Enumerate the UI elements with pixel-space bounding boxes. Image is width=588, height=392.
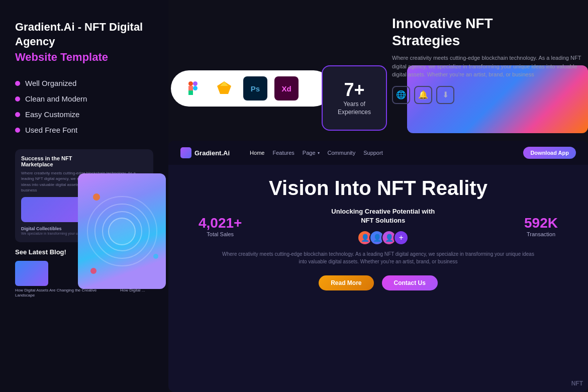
download-icon-btn[interactable]: ⬇ <box>436 86 454 104</box>
right-info-panel: Innovative NFTStrategies Where creativit… <box>392 15 583 104</box>
center-hero-block: Unlocking Creative Potential withNFT Sol… <box>331 207 435 245</box>
hero-title: Vision Into NFT Reality <box>188 177 568 199</box>
icon-buttons-row: 🌐 🔔 ⬇ <box>392 86 583 104</box>
nav-logo: Gradient.Ai <box>180 147 230 158</box>
brand-title: Gradient.Ai - NFT Digital Agency <box>15 20 153 49</box>
total-sales-number: 4,021+ <box>199 215 242 231</box>
right-info-title: Innovative NFTStrategies <box>392 15 583 49</box>
website-mockup: Gradient.Ai Home Features Page ▾ Communi… <box>168 141 588 392</box>
total-sales-stat: 4,021+ Total Sales <box>199 215 242 237</box>
nav-link-features[interactable]: Features <box>272 150 294 156</box>
svg-rect-0 <box>188 81 193 86</box>
spiral-gradient <box>78 173 166 289</box>
years-number: 7+ <box>344 79 364 101</box>
sketch-icon <box>212 76 236 101</box>
contact-us-button[interactable]: Contact Us <box>382 275 438 290</box>
globe-icon-btn[interactable]: 🌐 <box>392 86 410 104</box>
feature-item-3: Easy Customize <box>15 110 153 119</box>
features-list: Well Organized Clean and Modern Easy Cus… <box>15 79 153 134</box>
tools-row: Ps Xd <box>171 70 332 107</box>
feature-dot <box>15 128 20 133</box>
blog-thumb-1 <box>15 261 48 286</box>
hero-description: Where creativity meets cutting-edge bloc… <box>188 245 568 270</box>
hero-buttons: Read More Contact Us <box>188 270 568 296</box>
svg-point-3 <box>193 86 198 90</box>
transaction-number: 592K <box>524 215 558 231</box>
svg-rect-4 <box>188 90 193 95</box>
figma-icon <box>181 76 205 101</box>
feature-dot <box>15 112 20 117</box>
nav-link-community[interactable]: Community <box>328 150 356 156</box>
success-title: Success in the NFTMarketplace <box>21 155 147 167</box>
read-more-button[interactable]: Read More <box>319 275 373 290</box>
xd-icon: Xd <box>274 76 299 101</box>
svg-rect-2 <box>193 81 198 86</box>
nav-link-home[interactable]: Home <box>250 150 264 156</box>
avatars-group: 👤 👤 👤 + <box>331 230 435 245</box>
nav-link-support[interactable]: Support <box>363 150 383 156</box>
transaction-stat: 592K Transaction <box>524 215 558 237</box>
feature-item-1: Well Organized <box>15 79 153 87</box>
feature-label-3: Easy Customize <box>25 110 79 119</box>
mockup-hero: Vision Into NFT Reality 4,021+ Total Sal… <box>168 165 588 304</box>
photoshop-icon: Ps <box>243 76 267 101</box>
feature-label-1: Well Organized <box>25 79 76 87</box>
total-sales-label: Total Sales <box>199 231 242 237</box>
nft-label: NFT <box>571 380 583 387</box>
bell-icon-btn[interactable]: 🔔 <box>414 86 432 104</box>
nav-logo-icon <box>180 147 191 158</box>
feature-label-2: Clean and Modern <box>25 94 87 103</box>
nav-logo-text: Gradient.Ai <box>194 149 230 157</box>
avatar-plus: + <box>394 230 409 245</box>
feature-item-2: Clean and Modern <box>15 94 153 103</box>
feature-dot <box>15 81 20 86</box>
nav-links: Home Features Page ▾ Community Support <box>250 150 513 156</box>
spiral-artwork <box>78 173 166 289</box>
blog-label-1: How Digital Assets Are Changing the Crea… <box>15 288 116 299</box>
feature-dot <box>15 96 20 102</box>
years-badge: 7+ Years ofExperiences <box>322 65 387 131</box>
years-text: Years ofExperiences <box>338 101 371 116</box>
feature-label-4: Used Free Font <box>25 126 77 134</box>
nav-download-button[interactable]: Download App <box>523 147 576 159</box>
right-info-desc: Where creativity meets cutting-edge bloc… <box>392 54 583 79</box>
transaction-label: Transaction <box>524 231 558 237</box>
nav-link-page[interactable]: Page ▾ <box>303 150 320 156</box>
feature-item-4: Used Free Font <box>15 126 153 134</box>
svg-rect-1 <box>188 86 193 90</box>
brand-subtitle: Website Template <box>15 51 153 64</box>
hero-subtitle: Unlocking Creative Potential withNFT Sol… <box>331 207 435 225</box>
hero-stats-row: 4,021+ Total Sales Unlocking Creative Po… <box>188 207 568 245</box>
mockup-navbar: Gradient.Ai Home Features Page ▾ Communi… <box>168 141 588 165</box>
